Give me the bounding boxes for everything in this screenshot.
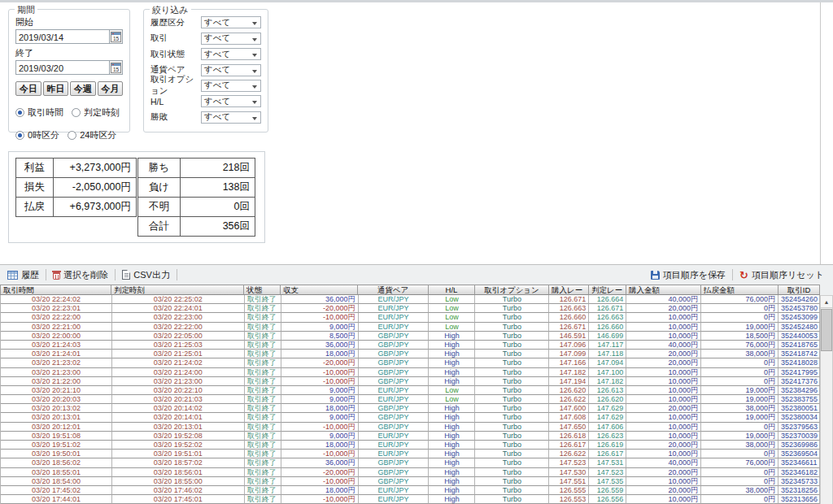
history-type-select[interactable]: すべて	[201, 16, 261, 28]
table-row[interactable]: 03/20 18:56:02 03/20 18:57:02 取引終了 36,00…	[1, 458, 820, 467]
table-row[interactable]: 03/20 19:50:01 03/20 19:51:01 取引終了 -10,0…	[1, 450, 820, 458]
header-buy-rate[interactable]: 購入レー	[549, 285, 589, 295]
end-calendar-button[interactable]: 15	[110, 60, 123, 75]
currency-pair-select[interactable]: すべて	[201, 64, 261, 76]
toolbar-separator	[732, 269, 733, 280]
cell-judge-rate: 126.623	[589, 432, 626, 441]
cell-payout-amount: 19,000円	[701, 413, 778, 422]
cell-trade-time: 03/20 19:51:02	[1, 441, 112, 450]
reset-column-order-button[interactable]: ↻ 項目順序リセット	[737, 267, 826, 283]
win-loss-label: 勝敗	[150, 111, 201, 123]
table-row[interactable]: 03/20 21:24:01 03/20 21:25:01 取引終了 18,00…	[1, 350, 820, 358]
table-row[interactable]: 03/20 20:13:01 03/20 20:14:01 取引終了 9,000…	[1, 413, 820, 422]
table-row[interactable]: 03/20 20:20:03 03/20 20:21:03 取引終了 9,000…	[1, 395, 820, 404]
header-buy-amount[interactable]: 購入金額	[626, 285, 701, 295]
cell-hl: Low	[429, 323, 475, 332]
history-view-button[interactable]: 履歴	[5, 267, 41, 283]
table-row[interactable]: 03/20 18:54:00 03/20 18:55:00 取引終了 -10,0…	[1, 477, 820, 486]
table-row[interactable]: 03/20 22:21:00 03/20 22:22:00 取引終了 9,000…	[1, 323, 820, 332]
table-row[interactable]: 03/20 20:13:02 03/20 20:14:02 取引終了 18,00…	[1, 404, 820, 413]
cell-judge-rate: 126.619	[589, 441, 626, 450]
cell-pnl: 9,000円	[281, 323, 359, 332]
header-trade-time[interactable]: 取引時間	[0, 285, 111, 295]
table-row[interactable]: 03/20 21:22:00 03/20 21:23:00 取引終了 -10,0…	[1, 377, 820, 386]
header-judge-time[interactable]: 判定時刻	[111, 285, 244, 295]
balance-card: 収支 +1,223,000円	[415, 11, 553, 75]
header-hl[interactable]: H/L	[429, 285, 475, 295]
filter-groupbox: 絞り込み 履歴区分 すべて 取引 すべて 取引状態 すべて 通貨ペア すべて	[143, 9, 268, 133]
hl-select[interactable]: すべて	[201, 95, 261, 107]
table-row[interactable]: 03/20 17:45:02 03/20 17:46:02 取引終了 18,00…	[1, 486, 820, 495]
cell-buy-rate: 147.608	[549, 413, 589, 422]
cell-judge-time: 03/20 17:46:02	[112, 486, 245, 495]
judge-time-radio[interactable]: 判定時刻	[72, 106, 120, 119]
cell-status: 取引終了	[245, 377, 281, 386]
cell-payout-amount: 0円	[701, 304, 778, 313]
header-currency-pair[interactable]: 通貨ペア	[358, 285, 429, 295]
cell-judge-rate: 147.094	[589, 358, 626, 367]
header-pnl[interactable]: 収支	[281, 285, 358, 295]
header-status[interactable]: 状態	[244, 285, 281, 295]
end-date-input[interactable]	[15, 60, 110, 75]
cell-payout-amount: 0円	[701, 477, 778, 486]
table-scrollbar[interactable]: ▲	[820, 295, 833, 504]
start-calendar-button[interactable]: 15	[110, 29, 123, 44]
cell-buy-rate: 147.600	[549, 404, 589, 413]
cell-trade-time: 03/20 21:22:00	[1, 377, 112, 386]
save-column-order-button[interactable]: 項目順序を保存	[648, 267, 728, 283]
cell-status: 取引終了	[245, 450, 281, 458]
this-month-button[interactable]: 今月	[98, 81, 124, 96]
table-row[interactable]: 03/20 19:51:08 03/20 19:52:08 取引終了 9,000…	[1, 432, 820, 441]
scroll-up-button[interactable]: ▲	[821, 296, 832, 308]
table-row[interactable]: 03/20 22:24:02 03/20 22:25:02 取引終了 36,00…	[1, 295, 820, 304]
cell-judge-rate: 147.531	[589, 458, 626, 467]
table-row[interactable]: 03/20 22:22:00 03/20 22:23:00 取引終了 -10,0…	[1, 313, 820, 322]
history-table-body: 03/20 22:24:02 03/20 22:25:02 取引終了 36,00…	[0, 295, 820, 504]
table-row[interactable]: 03/20 17:44:01 03/20 17:45:01 取引終了 -10,0…	[1, 495, 820, 504]
zero-hour-division-radio[interactable]: 0時区分	[15, 129, 59, 141]
trade-status-select[interactable]: すべて	[201, 48, 261, 60]
cell-buy-amount: 10,000円	[626, 477, 701, 486]
header-judge-rate[interactable]: 判定レー	[589, 285, 626, 295]
table-row[interactable]: 03/20 20:12:01 03/20 20:13:01 取引終了 -10,0…	[1, 423, 820, 432]
wins-label: 勝ち	[138, 159, 181, 178]
scrollbar-thumb[interactable]	[821, 309, 832, 351]
trade-time-radio[interactable]: 取引時間	[15, 106, 63, 119]
table-row[interactable]: 03/20 22:00:00 03/20 22:05:00 取引終了 8,500…	[1, 332, 820, 341]
24-hour-division-radio[interactable]: 24時区分	[68, 129, 116, 141]
table-row[interactable]: 03/20 20:21:10 03/20 20:22:10 取引終了 9,000…	[1, 386, 820, 395]
cell-buy-amount: 10,000円	[626, 450, 701, 458]
cell-trade-time: 03/20 19:50:01	[1, 450, 112, 458]
cell-trade-option: Turbo	[475, 304, 549, 313]
start-date-input[interactable]	[15, 29, 110, 44]
yesterday-button[interactable]: 昨日	[43, 81, 69, 96]
cell-currency-pair: GBP/JPY	[359, 368, 430, 377]
header-trade-id[interactable]: 取引ID	[778, 285, 820, 295]
table-row: 勝ち 218回	[138, 159, 255, 178]
cell-status: 取引終了	[245, 350, 281, 358]
header-payout-amount[interactable]: 払戻金額	[701, 285, 778, 295]
table-row[interactable]: 03/20 22:23:01 03/20 22:24:01 取引終了 -20,0…	[1, 304, 820, 313]
this-week-button[interactable]: 今週	[70, 81, 96, 96]
cell-trade-id: 352318256	[778, 486, 820, 495]
header-trade-option[interactable]: 取引オプション	[475, 285, 549, 295]
cell-pnl: -20,000円	[281, 468, 359, 477]
calendar-icon: 15	[111, 63, 121, 73]
win-loss-select[interactable]: すべて	[201, 111, 261, 124]
cell-buy-rate: 147.650	[549, 423, 589, 432]
unknown-value: 0回	[181, 198, 255, 217]
trade-option-select[interactable]: すべて	[201, 80, 261, 92]
today-button[interactable]: 今日	[15, 81, 41, 96]
table-row[interactable]: 03/20 18:55:01 03/20 18:56:01 取引終了 -20,0…	[1, 468, 820, 477]
cell-judge-time: 03/20 18:57:02	[112, 458, 245, 467]
table-row[interactable]: 03/20 21:23:00 03/20 21:24:00 取引終了 -10,0…	[1, 368, 820, 377]
csv-export-button[interactable]: CSV出力	[120, 267, 172, 283]
cell-trade-time: 03/20 17:44:01	[1, 495, 112, 504]
table-row[interactable]: 03/20 21:24:03 03/20 21:25:03 取引終了 36,00…	[1, 341, 820, 350]
trade-select[interactable]: すべて	[201, 33, 261, 45]
cell-status: 取引終了	[245, 323, 281, 332]
table-row[interactable]: 03/20 19:51:02 03/20 19:52:02 取引終了 18,00…	[1, 441, 820, 450]
table-row[interactable]: 03/20 21:23:02 03/20 21:24:02 取引終了 -20,0…	[1, 358, 820, 367]
cell-judge-time: 03/20 21:25:03	[112, 341, 245, 350]
delete-selection-button[interactable]: 選択を削除	[50, 267, 111, 283]
